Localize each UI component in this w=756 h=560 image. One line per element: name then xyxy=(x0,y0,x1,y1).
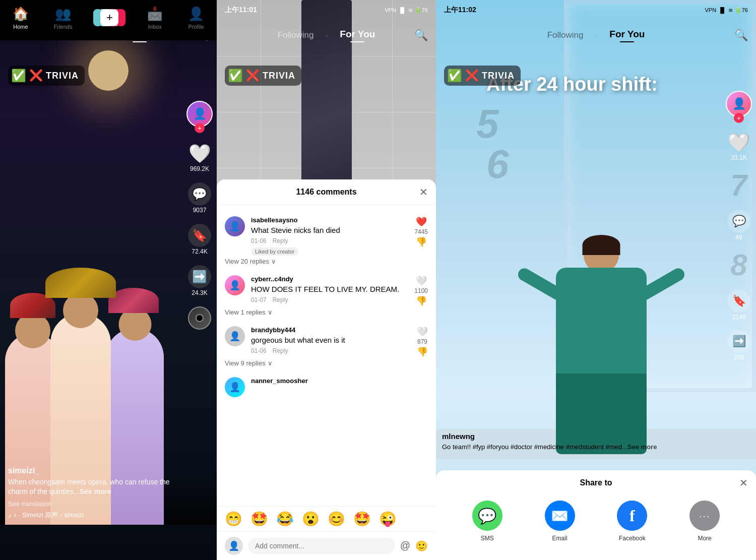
emoji-5[interactable]: 😊 xyxy=(328,511,345,527)
facebook-circle: f xyxy=(617,501,647,531)
share-icon-right: ➡️ xyxy=(732,335,746,348)
like-brandy[interactable]: 🤍 xyxy=(417,326,428,337)
comment-count-right: 49 xyxy=(735,234,742,241)
comment-icon-right: 💬 xyxy=(732,215,746,228)
comment-input-avatar: 👤 xyxy=(225,537,243,555)
dislike-isabelle[interactable]: 👎 xyxy=(416,236,427,247)
trivia-x-mid: ❌ xyxy=(246,69,260,82)
bars-right: ▐▌ xyxy=(718,7,726,13)
nav-following-right[interactable]: Following xyxy=(547,30,584,40)
save-icon-right: 🔖 xyxy=(732,294,746,307)
more-circle: ··· xyxy=(689,501,720,531)
reply-cyberr[interactable]: Reply xyxy=(273,296,288,303)
nav-add[interactable]: + xyxy=(97,9,121,26)
trivia-text-mid: TRIVIA xyxy=(263,71,295,81)
share-section-right[interactable]: ➡️ 290 xyxy=(727,330,750,361)
share-close-btn[interactable]: ✕ xyxy=(739,477,748,489)
share-icons-row: 💬 SMS ✉️ Email f Facebook xyxy=(436,495,756,550)
emoji-2[interactable]: 🤩 xyxy=(250,511,268,527)
nav-foryou-right[interactable]: For You xyxy=(609,29,645,42)
avatar-cyberr[interactable]: 👤 xyxy=(225,275,245,295)
comments-close-btn[interactable]: ✕ xyxy=(419,186,428,198)
nav-friends[interactable]: 👥 Friends xyxy=(54,6,73,30)
comment-section-right[interactable]: 💬 49 xyxy=(727,210,750,241)
dislike-brandy[interactable]: 👎 xyxy=(417,346,428,357)
more-label: More xyxy=(698,535,711,542)
search-icon-mid[interactable]: 🔍 xyxy=(414,29,428,42)
username-brandy: brandybby444 xyxy=(251,326,411,334)
profile-icon: 👤 xyxy=(188,6,204,22)
home-icon: 🏠 xyxy=(13,6,29,22)
friends-label: Friends xyxy=(54,24,73,30)
view-replies-cyberr[interactable]: View 1 replies ∨ xyxy=(225,308,428,316)
left-screen: 上午11:03 VPN ▐▌ ≋ 🔋75 Following · For You… xyxy=(0,0,217,560)
emoji-input-icon[interactable]: 🙂 xyxy=(415,540,428,552)
share-facebook[interactable]: f Facebook xyxy=(617,501,647,542)
translation-left[interactable]: See translation xyxy=(8,500,173,508)
like-count-brandy: 879 xyxy=(417,338,427,345)
email-label: Email xyxy=(552,535,568,542)
save-icon-left: 🔖 xyxy=(192,228,207,242)
avatar-isabelle[interactable]: 👤 xyxy=(225,216,245,236)
trivia-x-left: ❌ xyxy=(29,69,43,82)
view-replies-brandy[interactable]: View 9 replies ∨ xyxy=(225,359,428,367)
inbox-label: Inbox xyxy=(148,24,162,30)
see-more-right[interactable]: See more xyxy=(627,443,657,451)
view-replies-isabelle[interactable]: View 20 replies ∨ xyxy=(225,258,428,265)
save-section-right[interactable]: 🔖 2148 xyxy=(727,289,750,321)
comment-input-icons: @ 🙂 xyxy=(400,540,428,552)
see-more-left[interactable]: See more xyxy=(80,487,111,495)
date-isabelle: 01-06 xyxy=(251,237,267,244)
like-cyberr[interactable]: 🤍 xyxy=(416,275,427,286)
nav-profile[interactable]: 👤 Profile xyxy=(188,6,204,30)
emoji-3[interactable]: 😂 xyxy=(276,511,294,527)
emoji-7[interactable]: 😜 xyxy=(379,511,397,527)
avatar-brandy[interactable]: 👤 xyxy=(225,326,245,346)
avatar-nanner[interactable]: 👤 xyxy=(225,377,245,397)
share-sms[interactable]: 💬 SMS xyxy=(472,501,502,542)
like-count-isabelle: 7445 xyxy=(414,228,428,235)
home-label: Home xyxy=(13,24,28,30)
like-count-cyberr: 1100 xyxy=(414,287,428,294)
reply-isabelle[interactable]: Reply xyxy=(273,237,288,244)
share-section-left[interactable]: ➡️ 24.3K xyxy=(188,265,211,296)
shift-text: After 24 hour shift: xyxy=(486,73,716,96)
nav-inbox[interactable]: 📩 Inbox xyxy=(147,6,163,30)
comment-section-left[interactable]: 💬 9037 xyxy=(188,182,211,214)
dislike-cyberr[interactable]: 👎 xyxy=(416,295,427,306)
trivia-text-left: TRIVIA xyxy=(46,71,79,81)
nav-following-mid[interactable]: Following xyxy=(278,30,314,40)
nav-home[interactable]: 🏠 Home xyxy=(13,6,29,30)
bars-mid: ▐▌ xyxy=(398,7,406,13)
mention-icon[interactable]: @ xyxy=(400,540,410,552)
time-right: 上午11:02 xyxy=(444,6,476,15)
comment-item-3: 👤 brandybby444 gorgeous but what even is… xyxy=(217,321,436,372)
emoji-4[interactable]: 😮 xyxy=(302,511,320,527)
text-isabelle: What Stevie nicks fan died xyxy=(251,225,408,235)
search-icon-right[interactable]: 🔍 xyxy=(734,29,748,42)
comment-input[interactable] xyxy=(248,538,395,554)
like-section-right[interactable]: 🤍 33.1K xyxy=(728,132,750,161)
save-section-left[interactable]: 🔖 72.4K xyxy=(188,224,211,255)
like-section-left[interactable]: 🤍 969.2K xyxy=(188,143,211,172)
note-icon-left: ♪ xyxy=(8,512,12,519)
like-isabelle[interactable]: ❤️ xyxy=(416,216,427,227)
share-count-right: 290 xyxy=(734,354,744,361)
friends-icon: 👥 xyxy=(55,6,71,22)
comment-item-4: 👤 nanner_smoosher xyxy=(217,372,436,402)
emoji-6[interactable]: 🤩 xyxy=(353,511,371,527)
nav-foryou-mid[interactable]: For You xyxy=(340,29,375,42)
sound-info-left: ♪ ♪ · Simeizi 原声 - simeizi xyxy=(8,511,173,520)
share-more[interactable]: ··· More xyxy=(689,501,720,542)
signal-right: VPN xyxy=(705,7,717,13)
reply-brandy[interactable]: Reply xyxy=(273,347,288,354)
right-screen: 5 6 上午11:02 VPN ▐▌ xyxy=(436,0,756,560)
like-count-left: 969.2K xyxy=(190,165,209,172)
right-icons-right: 👤 + 🤍 33.1K 7 💬 49 8 🔖 xyxy=(726,91,752,361)
emoji-1[interactable]: 😁 xyxy=(225,511,242,527)
follow-plus-right[interactable]: + xyxy=(734,113,744,123)
comments-title: 1146 comments xyxy=(296,188,356,197)
follow-plus-left[interactable]: + xyxy=(195,123,205,133)
sms-icon: 💬 xyxy=(478,507,496,525)
share-email[interactable]: ✉️ Email xyxy=(545,501,575,542)
